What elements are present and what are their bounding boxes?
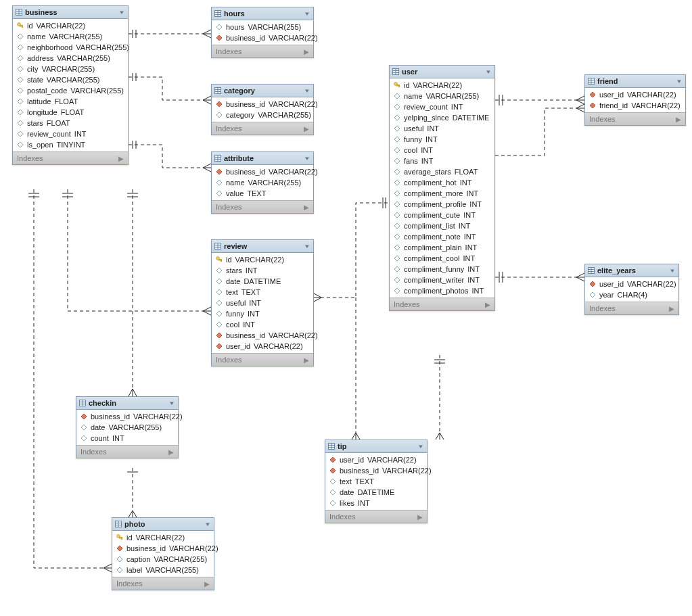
column-row[interactable]: text TEXT [325,476,427,487]
column-row[interactable]: longitude FLOAT [13,107,128,118]
indexes-row[interactable]: Indexes▶ [390,298,494,310]
column-row[interactable]: compliment_cute INT [390,210,494,220]
column-row[interactable]: count INT [76,433,178,444]
column-row[interactable]: business_id VARCHAR(22) [325,465,427,476]
entity-header[interactable]: category▼ [212,85,313,97]
column-row[interactable]: address VARCHAR(255) [13,53,128,64]
entity-hours[interactable]: hours▼hours VARCHAR(255)business_id VARC… [211,7,314,58]
column-row[interactable]: compliment_hot INT [390,177,494,188]
indexes-row[interactable]: Indexes▶ [76,445,178,458]
column-row[interactable]: text TEXT [212,287,313,298]
column-row[interactable]: postal_code VARCHAR(255) [13,85,128,96]
column-row[interactable]: review_count INT [13,128,128,139]
collapse-icon[interactable]: ▼ [669,268,676,274]
column-row[interactable]: stars FLOAT [13,118,128,128]
column-row[interactable]: user_id VARCHAR(22) [325,454,427,465]
column-row[interactable]: funny INT [390,134,494,145]
entity-business[interactable]: business▼id VARCHAR(22)name VARCHAR(255)… [12,5,129,165]
indexes-row[interactable]: Indexes▶ [13,151,128,164]
column-row[interactable]: city VARCHAR(255) [13,64,128,74]
column-row[interactable]: id VARCHAR(22) [212,254,313,265]
entity-user[interactable]: user▼id VARCHAR(22)name VARCHAR(255)revi… [389,65,495,311]
column-row[interactable]: year CHAR(4) [585,289,678,300]
entity-header[interactable]: checkin▼ [76,397,178,410]
column-row[interactable]: compliment_funny INT [390,264,494,275]
column-row[interactable]: average_stars FLOAT [390,166,494,177]
indexes-row[interactable]: Indexes▶ [212,122,313,135]
collapse-icon[interactable]: ▼ [304,88,310,94]
column-row[interactable]: yelping_since DATETIME [390,112,494,123]
column-row[interactable]: id VARCHAR(22) [112,532,214,543]
collapse-icon[interactable]: ▼ [304,156,310,162]
entity-tip[interactable]: tip▼user_id VARCHAR(22)business_id VARCH… [325,440,428,523]
collapse-icon[interactable]: ▼ [304,11,310,17]
indexes-row[interactable]: Indexes▶ [212,353,313,366]
indexes-row[interactable]: Indexes▶ [212,200,313,213]
column-row[interactable]: stars INT [212,265,313,276]
entity-elite_years[interactable]: elite_years▼user_id VARCHAR(22)year CHAR… [584,264,679,315]
column-row[interactable]: id VARCHAR(22) [13,20,128,31]
column-row[interactable]: fans INT [390,156,494,166]
column-row[interactable]: compliment_profile INT [390,199,494,210]
collapse-icon[interactable]: ▼ [168,400,175,406]
collapse-icon[interactable]: ▼ [676,78,683,85]
column-row[interactable]: funny INT [212,308,313,319]
column-row[interactable]: caption VARCHAR(255) [112,554,214,565]
column-row[interactable]: compliment_more INT [390,188,494,199]
column-row[interactable]: compliment_plain INT [390,242,494,253]
entity-header[interactable]: elite_years▼ [585,264,678,277]
entity-header[interactable]: tip▼ [325,440,427,453]
column-row[interactable]: latitude FLOAT [13,96,128,107]
column-row[interactable]: date DATETIME [325,487,427,498]
indexes-row[interactable]: Indexes▶ [112,577,214,590]
column-row[interactable]: date DATETIME [212,276,313,287]
column-row[interactable]: business_id VARCHAR(22) [212,32,313,43]
column-row[interactable]: user_id VARCHAR(22) [212,341,313,352]
collapse-icon[interactable]: ▼ [118,9,125,16]
column-row[interactable]: compliment_photos INT [390,285,494,296]
column-row[interactable]: useful INT [390,123,494,134]
column-row[interactable]: business_id VARCHAR(22) [112,543,214,554]
column-row[interactable]: user_id VARCHAR(22) [585,279,678,289]
entity-header[interactable]: review▼ [212,240,313,253]
entity-category[interactable]: category▼business_id VARCHAR(22)category… [211,84,314,135]
column-row[interactable]: hours VARCHAR(255) [212,22,313,32]
collapse-icon[interactable]: ▼ [204,521,211,527]
column-row[interactable]: friend_id VARCHAR(22) [585,100,685,111]
entity-review[interactable]: review▼id VARCHAR(22)stars INTdate DATET… [211,239,314,366]
column-row[interactable]: is_open TINYINT [13,139,128,150]
collapse-icon[interactable]: ▼ [417,444,424,450]
entity-header[interactable]: photo▼ [112,518,214,531]
column-row[interactable]: compliment_list INT [390,220,494,231]
entity-attribute[interactable]: attribute▼business_id VARCHAR(22)name VA… [211,151,314,214]
column-row[interactable]: likes INT [325,498,427,508]
indexes-row[interactable]: Indexes▶ [325,510,427,523]
column-row[interactable]: cool INT [212,319,313,330]
column-row[interactable]: user_id VARCHAR(22) [585,89,685,100]
column-row[interactable]: business_id VARCHAR(22) [212,99,313,110]
entity-header[interactable]: hours▼ [212,7,313,20]
indexes-row[interactable]: Indexes▶ [585,112,685,125]
column-row[interactable]: compliment_cool INT [390,253,494,264]
column-row[interactable]: name VARCHAR(255) [13,31,128,42]
column-row[interactable]: label VARCHAR(255) [112,565,214,575]
entity-header[interactable]: friend▼ [585,75,685,88]
indexes-row[interactable]: Indexes▶ [212,45,313,57]
column-row[interactable]: neighborhood VARCHAR(255) [13,42,128,53]
collapse-icon[interactable]: ▼ [304,243,310,250]
indexes-row[interactable]: Indexes▶ [585,302,678,314]
column-row[interactable]: compliment_note INT [390,231,494,242]
column-row[interactable]: name VARCHAR(255) [390,91,494,101]
column-row[interactable]: business_id VARCHAR(22) [212,330,313,341]
entity-header[interactable]: attribute▼ [212,152,313,165]
column-row[interactable]: compliment_writer INT [390,275,494,285]
entity-checkin[interactable]: checkin▼business_id VARCHAR(22)date VARC… [76,396,179,458]
column-row[interactable]: name VARCHAR(255) [212,177,313,188]
entity-photo[interactable]: photo▼id VARCHAR(22)business_id VARCHAR(… [112,517,214,590]
column-row[interactable]: date VARCHAR(255) [76,422,178,433]
column-row[interactable]: state VARCHAR(255) [13,74,128,85]
column-row[interactable]: category VARCHAR(255) [212,110,313,120]
entity-header[interactable]: business▼ [13,6,128,19]
column-row[interactable]: review_count INT [390,101,494,112]
collapse-icon[interactable]: ▼ [485,69,492,75]
